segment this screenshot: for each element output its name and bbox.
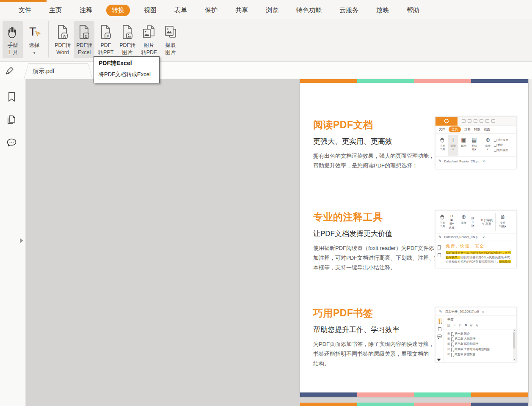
mini-scroll-down-icon — [437, 359, 441, 361]
bookmark-item: ⊞第五章 休假制度 — [447, 352, 516, 357]
screenshot-bookmarks-ui: ✎ 员工手册_20120917.pdf × 💬 书签 ▤⚐⚐⚑A᾿A — [435, 307, 517, 362]
menu-view[interactable]: 视图 — [143, 5, 157, 16]
mini-scrollbar: ▲▼ — [513, 329, 515, 361]
document-tab-bar: 演示.pdf — [0, 62, 532, 79]
mini-pencil-icon: ✎ — [439, 310, 442, 314]
tooltip-title: PDF转Excel — [99, 60, 154, 67]
comments-panel-icon[interactable] — [6, 137, 18, 151]
mini-print-icon — [474, 119, 477, 123]
svg-text:W: W — [63, 34, 66, 38]
mini-menu-item: 视图 — [484, 127, 490, 132]
mini-open-icon — [462, 119, 466, 123]
mini-fit-page-option: 适合页面 — [494, 138, 508, 142]
svg-text:E: E — [85, 34, 87, 38]
dropdown-caret-icon: ▾ — [33, 51, 36, 55]
document-view: 阅读PDF文档 更强大、更实用、更高效 拥有出色的文档渲染效果，强大的页面管理功… — [26, 79, 532, 406]
image-to-pdf-icon — [142, 23, 156, 41]
menu-convert[interactable]: 转换 — [106, 5, 130, 16]
menu-protect[interactable]: 保护 — [204, 5, 218, 16]
bookmark-list: ⊞第一章 简介 ⊞第二章 入职管理 ⊞第三章 试用期管理 ⊞第四章 工作时间与考… — [444, 329, 516, 357]
page-bottom-stripe — [300, 392, 528, 397]
tooltip-description: 将PDF文档转成Excel — [99, 71, 154, 78]
pages-panel-icon[interactable] — [6, 114, 17, 127]
pdf-to-word-icon: W — [56, 23, 69, 41]
mini-pages-icon — [438, 327, 441, 331]
menu-present[interactable]: 放映 — [375, 5, 390, 16]
mini-bookmark-icon — [438, 245, 441, 250]
select-tool-button[interactable]: T 选择▾ — [24, 21, 44, 58]
menu-bar: 文件 主页 注释 转换 视图 表单 保护 共享 浏览 特色功能 云服务 放映 帮… — [0, 0, 532, 19]
screenshot-reader-ui: 文件 主页 注释 转换 视图 手型工具 T 选择▾ ▣ 截图 — [435, 116, 517, 169]
mini-bookmark-icon-active — [438, 318, 442, 324]
menu-file[interactable]: 文件 — [18, 5, 32, 16]
page-top-stripe — [300, 79, 528, 83]
svg-text:T: T — [29, 25, 36, 38]
pdf-to-ppt-button[interactable]: P PDF转PPT — [96, 21, 116, 58]
menu-browse[interactable]: 浏览 — [265, 5, 279, 16]
pdf-to-ppt-icon: P — [99, 23, 112, 41]
menu-form[interactable]: 表单 — [174, 5, 188, 16]
mini-menu-item-active: 主页 — [449, 126, 461, 132]
mini-comment-icon: 💬 — [437, 335, 442, 339]
mini-tab-title: Datasheet_Reader_CN.p... — [444, 236, 480, 239]
pdf-page-1: 阅读PDF文档 更强大、更实用、更高效 拥有出色的文档渲染效果，强大的页面管理功… — [300, 79, 528, 397]
mini-mail-icon — [480, 119, 483, 123]
mini-select-tool: T 选择▾ — [448, 135, 458, 156]
mini-sidebar: 💬 — [436, 316, 444, 362]
mini-save-icon — [468, 119, 471, 123]
panel-expand-handle[interactable] — [20, 238, 23, 243]
mini-reflow-option: 重排 — [494, 143, 508, 147]
mini-zoom-tool: ⊕ 缩放 — [458, 212, 469, 232]
image-to-pdf-button[interactable]: 图片转PDF — [139, 21, 159, 58]
bookmarks-panel-icon[interactable] — [6, 91, 17, 104]
bookmarks-panel-toolbar: ▤⚐⚐⚑A᾿A — [444, 323, 516, 329]
toolbar-separator — [48, 21, 49, 58]
mini-close-icon: × — [482, 235, 485, 239]
mini-menu-item: 转换 — [474, 127, 480, 132]
mini-page-ops-group: ▯▾▯▯▾ — [469, 212, 477, 232]
mini-typewriter-highlight-group: TI 打字机 ✎ 高亮 — [480, 212, 494, 232]
pdf-page-2 — [300, 403, 528, 406]
pdf-to-image-button[interactable]: PDF转图片 — [117, 21, 138, 58]
mini-pages-icon — [438, 253, 441, 257]
pdf-to-word-button[interactable]: W PDF转Word — [52, 21, 73, 58]
extract-image-button[interactable]: 提取图片 — [160, 21, 181, 58]
mini-file-convert-tool: 🗎 文件转换▾ — [497, 212, 509, 232]
vertical-scrollbar[interactable] — [529, 79, 532, 406]
mini-close-icon: × — [482, 310, 484, 314]
menu-cloud[interactable]: 云服务 — [339, 5, 359, 16]
mini-undo-icon — [491, 119, 495, 123]
text-select-icon: T — [28, 23, 41, 41]
hand-tool-button[interactable]: 手型工具 — [3, 21, 23, 58]
mini-doc-heading: 免费、快速、安全 — [446, 243, 515, 249]
mini-close-icon: × — [482, 159, 485, 163]
menu-features[interactable]: 特色功能 — [295, 5, 323, 16]
ribbon-toolbar: 手型工具 T 选择▾ W PDF转Word E PDF转Excel P PD — [0, 19, 532, 62]
mini-select-group: T▾▣▤▾ 选择 — [448, 212, 455, 232]
pdf-to-excel-button[interactable]: E PDF转Excel — [74, 21, 94, 58]
menu-help[interactable]: 帮助 — [406, 5, 420, 16]
mini-menu-item: 文件 — [439, 127, 445, 132]
mini-tab-title: 员工手册_20120917.pdf — [445, 310, 479, 314]
bookmarks-panel-title: 书签 — [444, 316, 516, 323]
extract-image-icon — [163, 23, 178, 41]
menu-share[interactable]: 共享 — [234, 5, 249, 16]
mini-clipboard-tool: ▤ 剪贴板▾ — [469, 135, 480, 156]
mini-sidebar — [436, 241, 443, 267]
mini-export-icon — [485, 119, 489, 123]
pdf-to-excel-tooltip: PDF转Excel 将PDF文档转成Excel — [94, 56, 160, 83]
mini-hand-tool: 手型工具 — [437, 212, 448, 232]
mini-menu-item: 注释 — [464, 127, 471, 132]
document-tab[interactable]: 演示.pdf — [24, 63, 93, 79]
foxit-logo-icon — [436, 117, 458, 126]
tab-title: 演示.pdf — [24, 64, 92, 75]
mini-zoom-tool: ⊕ 缩放▾ — [482, 135, 493, 156]
bookmark-item: ⊞第四章 工作时间与考勤制度 — [447, 347, 516, 352]
mini-pencil-icon: ✎ — [438, 159, 442, 163]
annotate-pencil-icon[interactable] — [5, 66, 15, 77]
menu-comment[interactable]: 注释 — [79, 5, 93, 16]
bookmark-item: ⊞第三章 试用期管理 — [447, 341, 516, 346]
menu-home[interactable]: 主页 — [48, 5, 63, 16]
mini-snapshot-tool: ▣ 截图 — [458, 135, 469, 156]
bookmark-item: ⊞第二章 入职管理 — [447, 336, 516, 341]
